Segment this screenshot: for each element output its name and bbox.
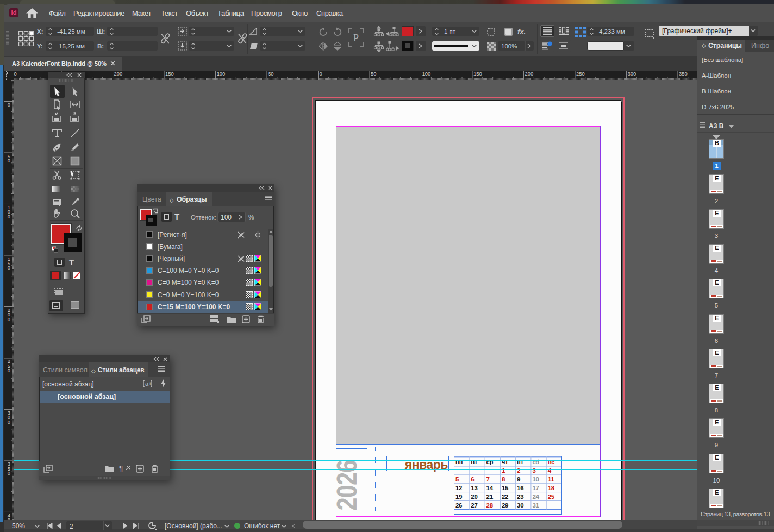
svg-text:0: 0 [8,158,10,164]
svg-text:0: 0 [8,470,10,476]
svg-text:100: 100 [217,71,226,77]
svg-text:100: 100 [422,71,431,77]
svg-text:0: 0 [8,102,10,108]
svg-text:50: 50 [371,71,377,77]
svg-text:0: 0 [8,265,10,271]
svg-text:0: 0 [8,316,10,322]
svg-text:150: 150 [473,71,482,77]
svg-text:¶: ¶ [119,465,123,472]
svg-text:200: 200 [525,71,534,77]
svg-text:200: 200 [114,71,123,77]
svg-text:300: 300 [627,71,636,77]
svg-text:0: 0 [320,71,322,77]
svg-text:250: 250 [576,71,585,77]
svg-text:0: 0 [14,71,17,77]
svg-text:150: 150 [165,71,174,77]
svg-text:0: 0 [8,214,10,220]
svg-text:50: 50 [268,71,274,77]
svg-text:a+: a+ [145,380,152,387]
svg-text:0: 0 [8,419,10,425]
svg-text:P: P [353,33,359,43]
svg-text:0: 0 [8,367,10,373]
svg-text:350: 350 [679,71,688,77]
